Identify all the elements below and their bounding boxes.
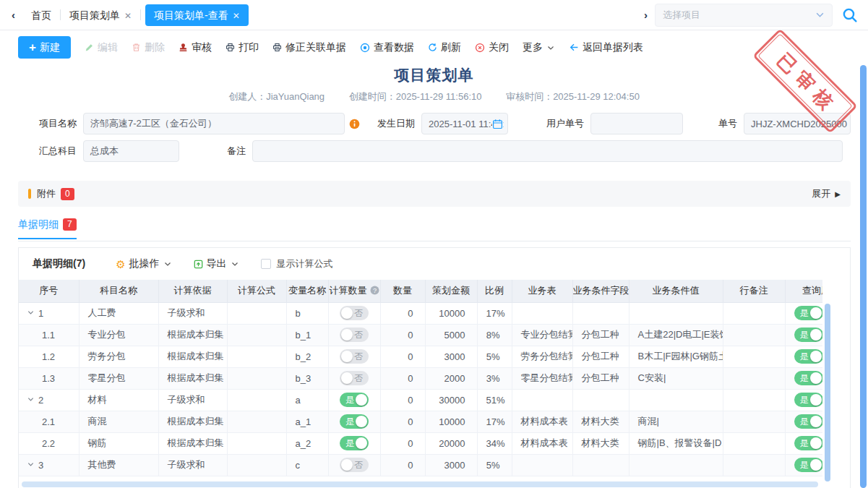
attachment-bar[interactable]: 附件 0 展开 ▶ (18, 181, 851, 207)
close-button[interactable]: 关闭 (475, 41, 509, 54)
toggle-off[interactable]: 否 (340, 328, 369, 342)
table-viewport: 序号科目名称计算依据计算公式变量名称计算数量?数量策划金额比例业务表业务条件字段… (19, 280, 822, 476)
tab-project-plan[interactable]: 项目策划单✕ (61, 0, 140, 30)
back-to-list-button[interactable]: 返回单据列表 (569, 41, 643, 54)
doc-no-label: 单号 (713, 117, 744, 130)
table-row[interactable]: 2材料子级求和a是03000051%是 (19, 389, 822, 411)
stamp-icon (179, 43, 188, 52)
project-name-field[interactable]: 济邹高速7-2工区（金石公司） (83, 113, 345, 134)
toggle-off[interactable]: 否 (340, 349, 369, 364)
caret-right-icon: ▶ (835, 190, 841, 198)
view-data-button[interactable]: 查看数据 (360, 41, 414, 54)
caret-down-icon[interactable] (27, 394, 34, 405)
checkbox-icon (261, 259, 271, 269)
toggle-on[interactable]: 是 (794, 328, 823, 342)
tab-detail[interactable]: 单据明细 7 (18, 218, 77, 239)
toggle-on[interactable]: 是 (340, 393, 369, 407)
audit-time-value: 2025-11-29 12:04:50 (553, 91, 640, 102)
tabs-scroll-right-icon[interactable]: › (637, 9, 655, 21)
trash-icon (132, 43, 141, 52)
print-button[interactable]: 打印 (225, 41, 259, 54)
toggle-on[interactable]: 是 (794, 458, 823, 472)
close-icon[interactable]: ✕ (233, 11, 240, 21)
close-icon[interactable]: ✕ (124, 11, 132, 21)
attachment-label: 附件 (37, 187, 56, 200)
table-vertical-scrollbar[interactable] (825, 304, 830, 481)
create-time-value: 2025-11-29 11:56:10 (396, 91, 482, 102)
user-no-field[interactable] (590, 113, 683, 134)
pencil-icon (85, 43, 94, 52)
table-row[interactable]: 2.2钢筋根据成本归集a_2是02000034%材料成本表材料大类钢筋|B、报警… (19, 432, 822, 454)
remark-field[interactable] (252, 140, 843, 162)
info-icon (349, 119, 360, 129)
printer-icon (225, 43, 235, 52)
column-header: 策划金额 (425, 280, 477, 302)
batch-actions-button[interactable]: ⚙ 批操作 (116, 257, 171, 270)
action-toolbar: + 新建 编辑 删除 审核 打印 修正关联单据 查看数据 刷新 关闭 更多 返回… (0, 30, 868, 64)
chevron-down-icon (546, 43, 555, 52)
search-icon[interactable] (842, 7, 858, 23)
row-number: 3 (38, 460, 43, 471)
page-scrollbar[interactable] (860, 65, 867, 488)
fix-related-button[interactable]: 修正关联单据 (272, 41, 346, 54)
tabs-scroll-left-icon[interactable]: ‹ (4, 9, 22, 21)
column-header: 业务条件值 (629, 280, 723, 302)
tab-home[interactable]: 首页 (22, 0, 60, 30)
user-no-label: 用户单号 (538, 117, 590, 130)
arrow-left-icon (569, 43, 579, 52)
table-horizontal-scrollbar[interactable] (22, 481, 818, 487)
toggle-on[interactable]: 是 (340, 436, 369, 450)
toggle-off[interactable]: 否 (340, 371, 369, 385)
toggle-on[interactable]: 是 (794, 371, 823, 385)
tab-project-plan-view[interactable]: 项目策划单-查看✕ (145, 4, 249, 26)
table-row[interactable]: 1.3零星分包根据成本归集b_3否020003%零星分包结算子分包工种C安装|是 (19, 367, 822, 389)
toggle-off[interactable]: 否 (340, 458, 369, 472)
table-row[interactable]: 1.1专业分包根据成本归集b_1否050008%专业分包结算子分包工种A土建22… (19, 324, 822, 346)
column-header: 比例 (477, 280, 512, 302)
more-button[interactable]: 更多 (523, 41, 555, 54)
table-row[interactable]: 2.1商混根据成本归集a_1是01000017%材料成本表材料大类商混|是 (19, 411, 822, 432)
toggle-on[interactable]: 是 (794, 349, 823, 364)
detail-count-badge: 7 (63, 218, 77, 231)
toggle-on[interactable]: 是 (794, 414, 823, 429)
column-header: 业务表 (512, 280, 572, 302)
toggle-on[interactable]: 是 (794, 393, 823, 407)
row-number: 1 (38, 308, 43, 319)
expand-button[interactable]: 展开 ▶ (812, 187, 841, 200)
date-field[interactable]: 2025-11-01 11:47: (421, 113, 508, 134)
table-row[interactable]: 1.2劳务分包根据成本归集b_2否030005%劳务分包结算子分包工种B木工|F… (19, 346, 822, 367)
new-button-label: 新建 (40, 41, 60, 54)
table-header-row: 序号科目名称计算依据计算公式变量名称计算数量?数量策划金额比例业务表业务条件字段… (19, 280, 822, 302)
close-circle-icon (475, 43, 485, 53)
detail-table-card: 单据明细(7) ⚙ 批操作 导出 显示计算公式 序号科目名称计算依据计算公式变量… (18, 247, 851, 488)
toggle-on[interactable]: 是 (340, 414, 369, 429)
column-header: 序号 (19, 280, 79, 302)
export-button[interactable]: 导出 (194, 257, 239, 270)
summary-subject-field[interactable]: 总成本 (83, 140, 179, 162)
column-header: 数量 (380, 280, 425, 302)
refresh-button[interactable]: 刷新 (428, 41, 461, 54)
toggle-on[interactable]: 是 (794, 436, 823, 450)
doc-no-field[interactable]: JHJZ-XMCHD2025000 (744, 113, 851, 134)
audit-button[interactable]: 审核 (179, 41, 212, 54)
chevron-down-icon (231, 260, 239, 268)
column-header: 业务条件字段 (572, 280, 629, 302)
new-button[interactable]: + 新建 (18, 36, 71, 59)
toggle-off[interactable]: 否 (340, 306, 369, 320)
project-select[interactable]: 选择项目 (655, 4, 833, 27)
column-header: 计算依据 (158, 280, 227, 302)
toggle-on[interactable]: 是 (794, 306, 823, 320)
tab-divider (140, 9, 141, 20)
project-name-label: 项目名称 (18, 117, 83, 130)
caret-down-icon[interactable] (27, 307, 34, 318)
edit-button[interactable]: 编辑 (85, 41, 118, 54)
table-row[interactable]: 3其他费子级求和c否030005%是 (19, 454, 822, 476)
export-icon (194, 260, 203, 269)
table-row[interactable]: 1人工费子级求和b否01000017%是 (19, 302, 822, 324)
caret-down-icon[interactable] (27, 459, 34, 470)
column-header: 变量名称 (286, 280, 328, 302)
row-number: 2.2 (42, 438, 55, 449)
delete-button[interactable]: 删除 (132, 41, 165, 54)
show-formula-checkbox[interactable]: 显示计算公式 (261, 257, 333, 270)
calendar-icon[interactable] (492, 119, 503, 129)
